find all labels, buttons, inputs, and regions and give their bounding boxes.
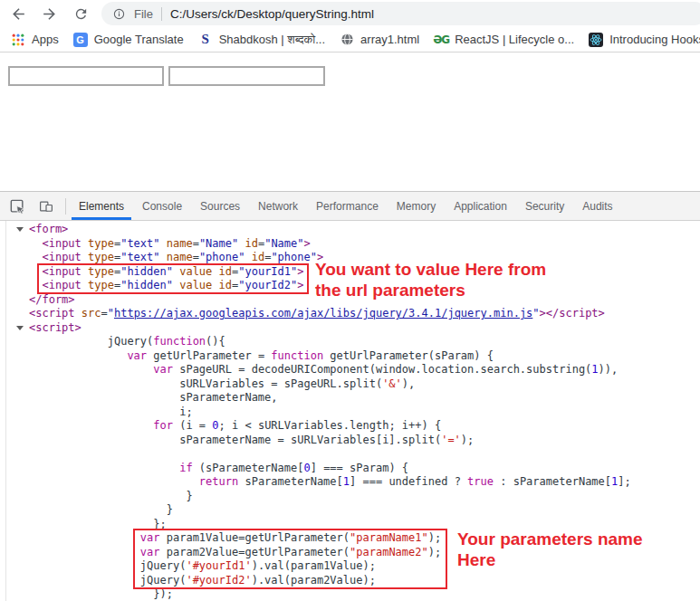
code-line[interactable]: return sParameterName[1] === undefined ?…: [0, 475, 700, 490]
code-token: ></script>: [540, 307, 605, 320]
code-token: )),: [599, 363, 618, 376]
back-arrow-icon: [10, 5, 27, 23]
code-line[interactable]: <script>: [0, 321, 700, 336]
expander-arrow-icon[interactable]: [16, 326, 24, 330]
code-line[interactable]: <script src="https://ajax.googleapis.com…: [0, 307, 700, 321]
bookmark-introducing-hooks[interactable]: Introducing Hooks...: [589, 33, 700, 47]
bookmark-label: ReactJS | Lifecycle o...: [455, 33, 574, 46]
tab-security[interactable]: Security: [516, 192, 573, 220]
code-token: '=': [441, 434, 461, 446]
code-token: <script>: [29, 321, 82, 334]
tab-audits[interactable]: Audits: [573, 192, 621, 220]
bookmark-reactjs-lifecycle[interactable]: ƏG ReactJS | Lifecycle o...: [434, 33, 574, 47]
code-indent: [29, 490, 186, 502]
code-line[interactable]: sParameterName = sURLVariables[i].split(…: [0, 434, 700, 448]
code-line[interactable]: i;: [0, 405, 700, 420]
elements-panel: <form> <input type="text" name="Name" id…: [0, 221, 700, 601]
code-token: if: [179, 462, 192, 474]
code-token: ] === undefined ?: [350, 475, 467, 488]
inspect-cursor-icon: [8, 197, 26, 215]
code-token: ": [108, 307, 114, 320]
code-token: function: [271, 349, 323, 362]
inspect-element-button[interactable]: [5, 195, 29, 218]
code-token: =: [193, 237, 199, 250]
code-indent: [29, 349, 127, 362]
code-token: }: [186, 490, 192, 502]
code-line[interactable]: sURLVariables = sPageURL.split('&'),: [0, 377, 700, 392]
code-line[interactable]: var sPageURL = decodeURIComponent(window…: [0, 363, 700, 377]
code-line[interactable]: sParameterName,: [0, 391, 700, 405]
code-indent: [29, 574, 140, 587]
code-line[interactable]: [0, 447, 700, 462]
code-token: var: [127, 349, 147, 362]
bookmark-apps[interactable]: Apps: [11, 33, 59, 47]
apps-grid-icon: [11, 33, 25, 47]
address-divider: [161, 7, 162, 21]
tab-memory[interactable]: Memory: [388, 192, 445, 220]
device-toolbar-button[interactable]: [34, 195, 58, 218]
expander-arrow-icon[interactable]: [16, 227, 24, 232]
code-line[interactable]: }: [0, 503, 700, 518]
code-token: <input: [42, 251, 81, 263]
code-token: "Name": [199, 237, 238, 250]
code-indent: [29, 251, 42, 263]
code-token: src: [75, 307, 101, 320]
code-line[interactable]: for (i = 0; i < sURLVariables.length; i+…: [0, 419, 700, 434]
code-indent: [29, 559, 140, 572]
code-line[interactable]: <input type="text" name="Name" id="Name"…: [0, 237, 700, 252]
code-token: 0: [212, 419, 218, 432]
code-token: sParameterName = sURLVariables[i].split(: [179, 434, 441, 446]
devtools-toolbar: ElementsConsoleSourcesNetworkPerformance…: [0, 191, 700, 221]
bookmark-label: array1.html: [360, 33, 419, 46]
text-input-2[interactable]: [168, 66, 325, 86]
reload-button[interactable]: [70, 3, 91, 24]
code-token: true: [467, 475, 494, 488]
code-token: ];: [618, 475, 630, 488]
bookmark-array1[interactable]: array1.html: [340, 33, 419, 47]
address-bar[interactable]: File C:/Users/ck/Desktop/queryString.htm…: [101, 2, 700, 25]
code-token: https://ajax.googleapis.com/ajax/libs/jq…: [114, 307, 532, 320]
tab-console[interactable]: Console: [133, 192, 191, 220]
bookmark-shabdkosh[interactable]: S Shabdkosh | शब्दको...: [198, 33, 325, 47]
back-button[interactable]: [7, 3, 29, 24]
annotation-line: You want to value Here from: [315, 259, 546, 280]
code-token: =: [101, 307, 107, 320]
code-line[interactable]: <form>: [0, 223, 700, 237]
code-token: 0: [303, 462, 310, 474]
code-token: "phone": [199, 251, 245, 263]
forward-arrow-icon: [41, 5, 58, 23]
code-indent: [29, 363, 153, 376]
tab-performance[interactable]: Performance: [307, 192, 388, 220]
code-token: ),: [402, 377, 415, 390]
code-line[interactable]: var getUrlParameter = function getUrlPar…: [0, 349, 700, 364]
code-line[interactable]: });: [0, 587, 700, 601]
geeksforgeeks-icon: ƏG: [434, 33, 448, 47]
page-content: [0, 52, 700, 191]
code-token: for: [153, 419, 173, 432]
code-indent: [29, 475, 199, 488]
tab-sources[interactable]: Sources: [191, 192, 249, 220]
code-token: ; i < sURLVariables.length; i++) {: [219, 419, 442, 432]
code-token: <form>: [29, 223, 68, 235]
code-indent: [29, 462, 179, 474]
annotation-box-parameters: [133, 529, 447, 589]
code-token: });: [153, 587, 173, 600]
code-line[interactable]: jQuery(function(){: [0, 335, 700, 349]
forward-button[interactable]: [38, 3, 60, 24]
code-token: : sParameterName[: [494, 475, 611, 488]
page-info-icon[interactable]: [112, 7, 126, 21]
tab-application[interactable]: Application: [445, 192, 516, 220]
tab-network[interactable]: Network: [249, 192, 307, 220]
code-token: var: [153, 363, 173, 376]
code-line[interactable]: }: [0, 490, 700, 504]
code-line[interactable]: if (sParameterName[0] === sParam) {: [0, 462, 700, 476]
code-indent: [29, 434, 179, 446]
url-path: C:/Users/ck/Desktop/queryString.html: [170, 7, 374, 21]
tab-elements[interactable]: Elements: [70, 192, 133, 220]
google-translate-icon: G: [73, 33, 88, 47]
code-indent: [29, 405, 179, 418]
text-input-1[interactable]: [8, 66, 164, 86]
code-token: sURLVariables = sPageURL.split(: [179, 377, 382, 390]
code-indent: [29, 587, 153, 600]
bookmark-google-translate[interactable]: G Google Translate: [73, 33, 184, 47]
